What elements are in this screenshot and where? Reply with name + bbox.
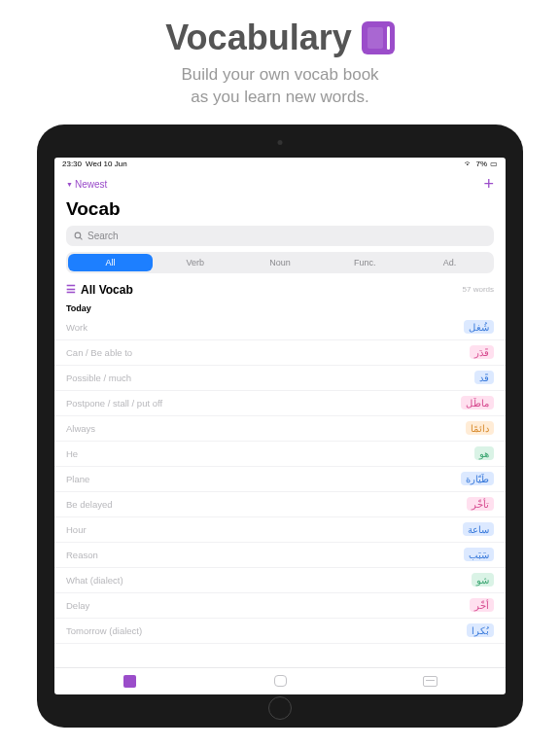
vocab-english: Plane <box>66 474 89 484</box>
filter-tab-ad[interactable]: Ad. <box>407 254 492 271</box>
book-icon <box>123 675 136 688</box>
status-right: ᯤ 7% ▭ <box>465 160 498 168</box>
status-left: 23:30 Wed 10 Jun <box>62 160 127 168</box>
filter-tab-all[interactable]: All <box>68 254 153 271</box>
section-title-wrap: ☰ All Vocab <box>66 283 133 297</box>
vocab-row[interactable]: Be delayedتأخّر <box>54 492 506 517</box>
sort-label: Newest <box>75 179 107 190</box>
hero-subtitle: Build your own vocab book as you learn n… <box>0 64 560 109</box>
vocab-arabic: تأخّر <box>467 497 494 511</box>
vocab-english: Tomorrow (dialect) <box>66 625 142 636</box>
vocab-english: He <box>66 448 78 459</box>
vocab-arabic: طَيّارة <box>461 472 494 485</box>
vocab-english: Possible / much <box>66 373 131 383</box>
vocab-arabic: قَد <box>474 371 494 384</box>
vocab-row[interactable]: Reasonسَبَب <box>54 543 506 568</box>
tab-cards[interactable] <box>355 675 506 688</box>
vocab-row[interactable]: Heهو <box>54 442 506 467</box>
list-icon: ☰ <box>66 283 76 296</box>
section-header: ☰ All Vocab 57 words <box>54 279 506 301</box>
vocab-row[interactable]: Hourساعة <box>54 517 506 543</box>
vocab-english: Always <box>66 423 95 434</box>
vocab-row[interactable]: Tomorrow (dialect)بُكرا <box>54 619 506 644</box>
filter-tabs: AllVerbNounFunc.Ad. <box>66 252 494 273</box>
wifi-icon: ᯤ <box>465 160 472 168</box>
vocab-row[interactable]: Planeطَيّارة <box>54 467 506 492</box>
section-title: All Vocab <box>81 283 133 297</box>
status-bar: 23:30 Wed 10 Jun ᯤ 7% ▭ <box>54 158 506 170</box>
home-button[interactable] <box>268 696 292 720</box>
camera-dot <box>278 140 283 145</box>
filter-tab-verb[interactable]: Verb <box>153 254 237 271</box>
card-icon <box>423 676 438 687</box>
hero: Vocabulary Build your own vocab book as … <box>0 0 560 117</box>
vocab-row[interactable]: What (dialect)شو <box>54 568 506 593</box>
vocab-arabic: أخّر <box>470 598 494 612</box>
filter-tab-func[interactable]: Func. <box>323 254 407 271</box>
vocab-english: Hour <box>66 524 87 535</box>
group-label: Today <box>54 301 506 315</box>
screen: 23:30 Wed 10 Jun ᯤ 7% ▭ Newest + Vocab S… <box>54 158 506 694</box>
search-placeholder: Search <box>88 231 119 241</box>
vocab-arabic: دائمًا <box>466 421 494 435</box>
hero-title-row: Vocabulary <box>0 18 560 58</box>
vocab-arabic: ساعة <box>463 522 494 536</box>
book-icon <box>362 21 395 54</box>
vocab-row[interactable]: Postpone / stall / put offماطَل <box>54 391 506 416</box>
vocab-english: Delay <box>66 600 89 611</box>
search-icon <box>74 231 83 240</box>
svg-point-0 <box>75 232 81 238</box>
tab-chat[interactable] <box>205 675 356 688</box>
battery-icon: ▭ <box>490 160 498 168</box>
vocab-arabic: سَبَب <box>464 548 494 561</box>
tab-vocab[interactable] <box>54 675 205 688</box>
vocab-row[interactable]: Can / Be able toقَدَر <box>54 340 506 366</box>
word-count: 57 words <box>463 285 494 294</box>
add-button[interactable]: + <box>483 174 494 195</box>
bottom-tab-bar <box>54 667 506 694</box>
vocab-english: Postpone / stall / put off <box>66 398 162 409</box>
ipad-frame: 23:30 Wed 10 Jun ᯤ 7% ▭ Newest + Vocab S… <box>37 124 523 728</box>
battery-percent: 7% <box>475 160 487 168</box>
vocab-english: Be delayed <box>66 499 113 510</box>
vocab-row[interactable]: Workشُغل <box>54 315 506 340</box>
search-input[interactable]: Search <box>66 226 494 246</box>
vocab-row[interactable]: Delayأخّر <box>54 593 506 619</box>
vocab-row[interactable]: Alwaysدائمًا <box>54 416 506 442</box>
title-row: Vocab <box>54 198 506 226</box>
vocab-row[interactable]: Possible / muchقَد <box>54 366 506 391</box>
vocab-arabic: شُغل <box>464 320 494 334</box>
vocab-arabic: هو <box>474 446 494 460</box>
vocab-english: Can / Be able to <box>66 347 132 358</box>
vocab-english: Reason <box>66 550 98 560</box>
vocab-english: What (dialect) <box>66 575 123 586</box>
svg-line-1 <box>80 237 82 239</box>
status-date: Wed 10 Jun <box>86 160 127 168</box>
vocab-english: Work <box>66 322 88 333</box>
vocab-arabic: بُكرا <box>467 623 494 637</box>
hero-line2: as you learn new words. <box>0 87 560 109</box>
filter-tab-noun[interactable]: Noun <box>237 254 322 271</box>
page-title: Vocab <box>66 198 494 220</box>
nav-row: Newest + <box>54 170 506 198</box>
chat-icon <box>274 675 287 687</box>
vocab-arabic: ماطَل <box>461 396 494 409</box>
hero-line1: Build your own vocab book <box>0 64 560 87</box>
vocab-list[interactable]: WorkشُغلCan / Be able toقَدَرPossible / … <box>54 315 506 667</box>
vocab-arabic: شو <box>472 573 494 587</box>
vocab-arabic: قَدَر <box>470 345 494 359</box>
sort-button[interactable]: Newest <box>66 179 107 190</box>
status-time: 23:30 <box>62 160 82 168</box>
hero-title: Vocabulary <box>165 18 351 58</box>
